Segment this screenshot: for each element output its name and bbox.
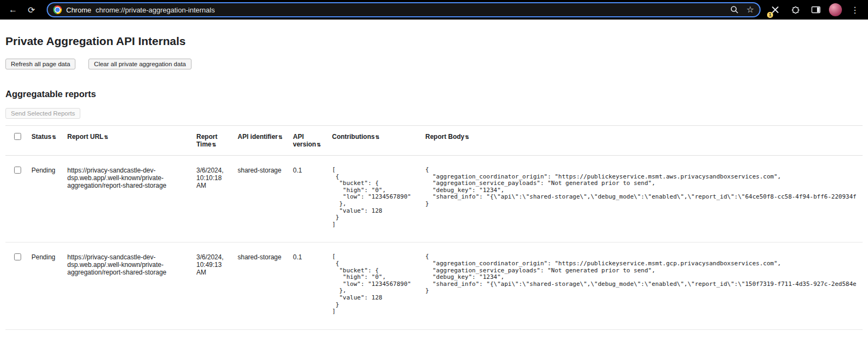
page-content: Private Aggregation API Internals Refres…: [0, 35, 868, 330]
extensions-puzzle-icon[interactable]: [788, 2, 803, 17]
page-title: Private Aggregation API Internals: [5, 35, 863, 48]
header-status[interactable]: Status⇅: [27, 126, 63, 156]
contributions-json: [ { "bucket": { "high": "0", "low": "123…: [332, 167, 414, 228]
menu-kebab-icon[interactable]: ⋮: [847, 2, 863, 17]
refresh-all-button[interactable]: Refresh all page data: [5, 59, 75, 69]
profile-avatar[interactable]: [829, 3, 842, 16]
api-version-cell: 0.1: [289, 156, 328, 243]
api-identifier-cell: shared-storage: [233, 243, 289, 329]
report-url-cell: https://privacy-sandcastle-dev-dsp.web.a…: [63, 243, 192, 329]
report-body-cell: { "aggregation_coordinator_origin": "htt…: [421, 156, 863, 243]
header-api-identifier[interactable]: API identifier⇅: [233, 126, 289, 156]
sort-icon: ⇅: [375, 135, 380, 140]
sort-icon: ⇅: [278, 135, 283, 140]
contributions-cell: [ { "bucket": { "high": "0", "low": "123…: [328, 243, 421, 329]
sort-icon: ⇅: [104, 135, 108, 140]
back-button[interactable]: ←: [5, 2, 21, 17]
report-url-cell: https://privacy-sandcastle-dev-dsp.web.a…: [63, 156, 192, 243]
row-checkbox[interactable]: [14, 167, 21, 174]
reports-table: Status⇅ Report URL⇅ Report Time⇅ API ide…: [5, 125, 863, 330]
sort-icon: ⇅: [465, 135, 469, 140]
table-row: Pending https://privacy-sandcastle-dev-d…: [5, 156, 863, 243]
bookmark-star-icon[interactable]: ☆: [746, 5, 754, 14]
status-cell: Pending: [27, 243, 63, 329]
search-icon[interactable]: [730, 5, 739, 14]
report-body-json: { "aggregation_coordinator_origin": "htt…: [425, 253, 856, 295]
sort-icon: ⇅: [212, 142, 216, 148]
site-chip-label: Chrome: [66, 6, 91, 14]
sort-icon: ⇅: [317, 142, 321, 148]
side-panel-icon[interactable]: [808, 2, 824, 17]
extension-badge: 1: [767, 12, 773, 18]
status-cell: Pending: [27, 156, 63, 243]
header-report-url[interactable]: Report URL⇅: [63, 126, 192, 156]
section-title: Aggregatable reports: [5, 89, 863, 99]
report-body-json: { "aggregation_coordinator_origin": "htt…: [425, 167, 856, 208]
row-checkbox[interactable]: [14, 253, 21, 260]
header-report-time[interactable]: Report Time⇅: [192, 126, 233, 156]
browser-toolbar: ← ⟳ Chrome chrome://private-aggregation-…: [0, 0, 868, 20]
api-identifier-cell: shared-storage: [233, 156, 289, 243]
contributions-json: [ { "bucket": { "high": "0", "low": "123…: [332, 253, 414, 315]
table-row: Pending https://privacy-sandcastle-dev-d…: [5, 243, 863, 329]
header-api-version[interactable]: API version⇅: [289, 126, 328, 156]
report-time-cell: 3/6/2024, 10:49:13 AM: [192, 243, 233, 329]
chrome-logo-icon: [53, 5, 62, 14]
select-all-checkbox[interactable]: [14, 133, 21, 140]
header-contributions[interactable]: Contributions⇅: [328, 126, 421, 156]
report-time-cell: 3/6/2024, 10:10:18 AM: [192, 156, 233, 243]
url-text: chrome://private-aggregation-internals: [95, 6, 725, 14]
sort-icon: ⇅: [52, 135, 56, 140]
api-version-cell: 0.1: [289, 243, 328, 329]
header-report-body[interactable]: Report Body⇅: [421, 126, 863, 156]
extension-icon[interactable]: 1: [768, 3, 782, 17]
table-header-row: Status⇅ Report URL⇅ Report Time⇅ API ide…: [5, 126, 863, 156]
reload-button[interactable]: ⟳: [24, 2, 39, 17]
send-selected-reports-button[interactable]: Send Selected Reports: [5, 108, 80, 119]
address-bar[interactable]: Chrome chrome://private-aggregation-inte…: [47, 2, 761, 17]
clear-all-button[interactable]: Clear all private aggregation data: [88, 59, 191, 69]
report-body-cell: { "aggregation_coordinator_origin": "htt…: [421, 243, 863, 329]
contributions-cell: [ { "bucket": { "high": "0", "low": "123…: [328, 156, 421, 243]
